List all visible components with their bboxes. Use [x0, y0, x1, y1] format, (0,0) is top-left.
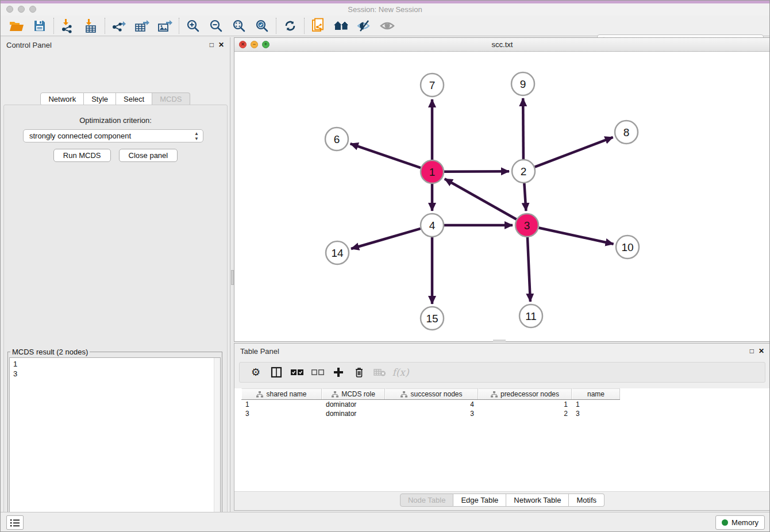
criterion-dropdown[interactable]: strongly connected component ▲▼ [23, 129, 203, 142]
task-history-button[interactable] [6, 515, 24, 530]
tab-network-table[interactable]: Network Table [506, 494, 569, 507]
column-header-MCDS-role[interactable]: MCDS role [322, 388, 385, 399]
table-toolbar: ⚙ f(x) [239, 362, 765, 383]
table-tabs: Node TableEdge TableNetwork TableMotifs [234, 494, 770, 507]
hide-panel-eye-icon[interactable] [353, 17, 376, 34]
mcds-result-box[interactable]: 1 3 [9, 357, 221, 532]
node-label-4: 4 [429, 219, 436, 232]
column-header-label: predecessor nodes [500, 390, 559, 398]
table-panel-title: Table Panel [240, 347, 279, 356]
mcds-result-fieldset: MCDS result (2 nodes) 1 3 [7, 348, 222, 532]
export-network-icon[interactable] [107, 17, 130, 34]
open-session-icon[interactable] [5, 17, 28, 34]
window-title: Session: New Session [1, 5, 769, 14]
column-layout-icon[interactable] [266, 364, 287, 380]
float-panel-icon[interactable]: □ [210, 41, 214, 48]
node-label-6: 6 [334, 133, 340, 145]
node-label-15: 15 [426, 313, 438, 325]
window-titlebar: Session: New Session [1, 3, 769, 16]
close-table-panel-icon[interactable]: ✕ [759, 348, 764, 354]
zoom-fit-icon[interactable] [228, 17, 251, 34]
table-row[interactable]: 3dominator323 [241, 409, 620, 418]
application-window: Session: New Session [0, 0, 770, 532]
splitter-handle-left[interactable] [231, 270, 234, 285]
cell-successor-nodes: 3 [385, 409, 478, 418]
column-header-name[interactable]: name [572, 388, 620, 399]
node-label-1: 1 [429, 166, 436, 178]
mcds-result-title: MCDS result (2 nodes) [10, 348, 90, 356]
splitter-handle-bottom[interactable] [493, 340, 506, 342]
refresh-layout-icon[interactable] [279, 17, 302, 34]
column-header-label: name [587, 390, 605, 398]
node-label-11: 11 [525, 310, 537, 322]
zoom-in-icon[interactable] [182, 17, 205, 34]
node-label-3: 3 [524, 219, 530, 232]
column-header-label: successor nodes [410, 390, 462, 398]
edge-3-1[interactable] [445, 179, 517, 219]
tab-select[interactable]: Select [116, 92, 152, 106]
select-all-icon[interactable] [287, 364, 307, 380]
tab-network[interactable]: Network [40, 92, 84, 106]
table-header-row: shared nameMCDS rolesuccessor nodesprede… [241, 388, 620, 400]
node-label-8: 8 [623, 126, 630, 138]
column-type-icon [491, 391, 498, 398]
criterion-dropdown-value: strongly connected component [29, 132, 131, 140]
show-panel-eye-icon[interactable] [376, 17, 399, 34]
network-view-window: ✕ − + scc.txt 7968124314101511 [234, 37, 770, 342]
column-type-icon [256, 391, 263, 398]
import-table-icon[interactable] [79, 17, 102, 34]
network-canvas[interactable]: 7968124314101511 [234, 52, 770, 341]
settings-gear-icon[interactable]: ⚙ [245, 364, 266, 380]
edge-2-9[interactable] [523, 98, 523, 159]
tab-mcds[interactable]: MCDS [152, 92, 190, 106]
status-bar: Memory [1, 512, 769, 532]
column-header-predecessor-nodes[interactable]: predecessor nodes [478, 388, 572, 399]
zoom-out-icon[interactable] [205, 17, 228, 34]
table-panel: Table Panel □ ✕ ⚙ [234, 343, 770, 511]
zoom-selected-icon[interactable] [251, 17, 274, 34]
cell-predecessor-nodes: 1 [478, 400, 572, 409]
import-network-icon[interactable] [56, 17, 79, 34]
network-document-icon[interactable] [307, 17, 330, 34]
edge-4-14[interactable] [351, 229, 421, 249]
cell-shared-name: 1 [241, 400, 322, 409]
node-table: shared nameMCDS rolesuccessor nodesprede… [234, 388, 770, 492]
edge-2-3[interactable] [524, 183, 526, 211]
tab-node-table[interactable]: Node Table [400, 494, 454, 507]
save-session-icon[interactable] [28, 17, 51, 34]
tab-edge-table[interactable]: Edge Table [453, 494, 506, 507]
table-row[interactable]: 1dominator411 [241, 400, 620, 409]
export-image-icon[interactable] [153, 17, 176, 34]
network-window-title: scc.txt [234, 40, 770, 49]
column-header-shared-name[interactable]: shared name [241, 388, 322, 399]
column-header-successor-nodes[interactable]: successor nodes [385, 388, 478, 399]
close-panel-icon[interactable]: ✕ [218, 41, 224, 48]
edge-1-6[interactable] [351, 144, 421, 168]
edge-3-11[interactable] [528, 237, 530, 302]
home-icon[interactable] [330, 17, 353, 34]
run-mcds-button[interactable]: Run MCDS [53, 149, 111, 162]
mcds-result-scrollbar[interactable] [214, 358, 220, 532]
tab-style[interactable]: Style [84, 92, 116, 106]
fx-label: f(x) [392, 367, 409, 378]
tab-motifs[interactable]: Motifs [569, 494, 605, 507]
edge-1-2[interactable] [444, 171, 509, 172]
delete-column-icon[interactable] [349, 364, 369, 380]
export-table-icon[interactable] [130, 17, 153, 34]
deselect-all-icon[interactable] [307, 364, 328, 380]
edge-2-8[interactable] [535, 137, 613, 167]
node-label-9: 9 [520, 78, 526, 90]
edge-3-10[interactable] [539, 228, 614, 244]
network-window-titlebar: ✕ − + scc.txt [234, 38, 770, 52]
node-label-7: 7 [429, 79, 436, 91]
float-table-panel-icon[interactable]: □ [750, 348, 754, 354]
function-builder-disabled-icon: f(x) [390, 364, 411, 380]
column-header-label: shared name [266, 390, 306, 398]
memory-button[interactable]: Memory [715, 515, 765, 530]
add-column-icon[interactable] [328, 364, 349, 380]
cell-name: 1 [572, 400, 620, 409]
close-panel-button[interactable]: Close panel [119, 149, 178, 162]
node-label-2: 2 [521, 165, 527, 178]
table-panel-header: Table Panel □ ✕ [234, 344, 770, 358]
control-panel: Control Panel □ ✕ NetworkStyleSelectMCDS… [1, 37, 230, 512]
